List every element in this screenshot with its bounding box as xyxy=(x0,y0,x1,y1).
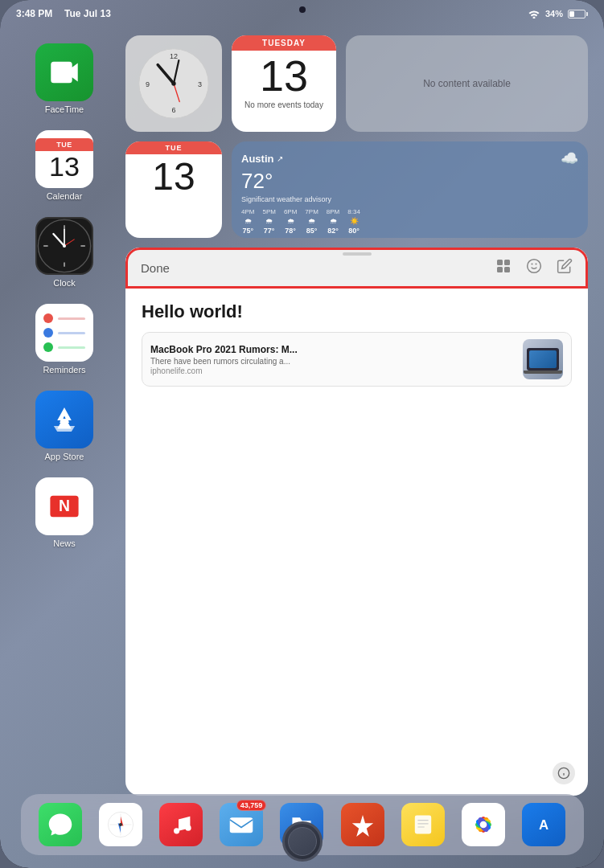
svg-point-21 xyxy=(171,81,175,85)
ipad-frame: 3:48 PM Tue Jul 13 34% xyxy=(0,0,604,868)
cal-sm-day: TUE xyxy=(125,141,222,154)
date-display: Tue Jul 13 xyxy=(64,8,111,19)
svg-point-49 xyxy=(479,821,487,829)
toolbar-icons xyxy=(495,258,573,278)
svg-text:6: 6 xyxy=(171,106,175,114)
note-title: Hello world! xyxy=(142,301,572,322)
svg-text:A: A xyxy=(539,817,549,833)
battery-icon xyxy=(568,10,588,18)
reminders-label: Reminders xyxy=(43,365,85,375)
emoji-icon[interactable] xyxy=(526,258,542,278)
app-facetime[interactable]: FaceTime xyxy=(35,43,93,114)
home-button[interactable] xyxy=(282,821,323,862)
drag-handle xyxy=(343,252,372,256)
calendar-widget-top: TUESDAY 13 No more events today xyxy=(232,35,336,132)
home-screen: FaceTime TUE 13 Calendar xyxy=(0,23,604,796)
svg-rect-22 xyxy=(497,260,503,265)
svg-point-35 xyxy=(174,828,179,833)
weather-widget: Austin ↗ ☁️ 72° Significant weather advi… xyxy=(232,141,588,238)
svg-rect-39 xyxy=(415,816,431,834)
weather-temp: 72° xyxy=(241,169,578,194)
app-news[interactable]: N News xyxy=(35,477,93,548)
svg-text:12: 12 xyxy=(170,52,178,60)
note-link-card[interactable]: MacBook Pro 2021 Rumors: M... There have… xyxy=(142,332,572,387)
gray-widget: No content available xyxy=(346,35,588,132)
dock-appstore[interactable]: A xyxy=(522,803,565,846)
svg-rect-25 xyxy=(504,267,510,272)
dock-music[interactable] xyxy=(159,803,203,846)
gray-widget-text: No content available xyxy=(423,78,511,89)
link-title: MacBook Pro 2021 Rumors: M... xyxy=(150,344,515,355)
facetime-label: FaceTime xyxy=(45,104,84,114)
note-attribution-button[interactable] xyxy=(553,762,575,784)
grid-icon[interactable] xyxy=(495,258,512,278)
svg-point-34 xyxy=(119,823,122,826)
link-card-text: MacBook Pro 2021 Rumors: M... There have… xyxy=(150,344,515,375)
dock-mail[interactable]: 43,759 xyxy=(220,803,263,846)
link-domain: iphonelife.com xyxy=(150,366,515,375)
cal-widget-day: TUESDAY xyxy=(232,35,336,51)
weather-city: Austin xyxy=(241,153,273,165)
left-app-column: FaceTime TUE 13 Calendar xyxy=(16,35,113,796)
dock-photos[interactable] xyxy=(462,803,505,846)
edit-icon[interactable] xyxy=(557,258,573,278)
cal-widget-events: No more events today xyxy=(232,99,336,111)
svg-text:N: N xyxy=(59,497,70,514)
time-display: 3:48 PM xyxy=(16,8,52,19)
app-calendar[interactable]: TUE 13 Calendar xyxy=(35,130,93,201)
svg-point-26 xyxy=(528,260,541,273)
svg-marker-38 xyxy=(351,815,372,837)
dock-spark[interactable] xyxy=(341,803,384,846)
note-done-button[interactable]: Done xyxy=(141,261,489,275)
news-label: News xyxy=(53,538,76,548)
clock-widget: 12 3 6 9 xyxy=(125,35,222,132)
dock-messages[interactable] xyxy=(39,803,82,846)
app-clock[interactable]: Clock xyxy=(35,217,93,288)
battery-text: 34% xyxy=(545,9,563,18)
svg-point-36 xyxy=(186,825,191,831)
home-button-inner xyxy=(288,827,317,856)
svg-rect-24 xyxy=(497,267,503,272)
right-column: 12 3 6 9 TUESDAY xyxy=(125,35,588,796)
status-icons: 34% xyxy=(528,9,588,18)
appstore-label: App Store xyxy=(45,452,84,461)
cal-small-widget: TUE 13 xyxy=(125,141,222,238)
svg-text:A: A xyxy=(60,410,70,426)
link-desc: There have been rumors circulating a... xyxy=(150,357,515,366)
weather-forecast: 4PM 🌧 75° 5PM 🌧 77° 6PM 🌧 78° xyxy=(241,208,578,235)
mail-badge: 43,759 xyxy=(236,800,267,811)
svg-text:3: 3 xyxy=(198,80,202,88)
clock-label: Clock xyxy=(53,278,76,288)
wifi-icon xyxy=(528,9,540,18)
top-widgets-row: 12 3 6 9 TUESDAY xyxy=(125,35,588,132)
cal-widget-date: 13 xyxy=(232,51,336,99)
status-time: 3:48 PM Tue Jul 13 xyxy=(16,8,111,19)
svg-point-9 xyxy=(63,244,66,248)
app-reminders[interactable]: Reminders xyxy=(35,304,93,375)
note-toolbar[interactable]: Done xyxy=(125,248,588,289)
note-panel[interactable]: Done xyxy=(125,248,588,796)
link-thumbnail xyxy=(523,339,563,379)
svg-rect-23 xyxy=(504,260,510,265)
note-content: Hello world! MacBook Pro 2021 Rumors: M.… xyxy=(125,289,588,796)
svg-rect-37 xyxy=(230,817,253,833)
calendar-label: Calendar xyxy=(47,191,83,201)
svg-text:9: 9 xyxy=(146,80,150,88)
second-widgets-row: TUE 13 Austin ↗ ☁️ 72° Significant weath… xyxy=(125,141,588,238)
dock-safari[interactable] xyxy=(99,803,142,846)
cal-sm-date: 13 xyxy=(152,154,195,196)
weather-desc: Significant weather advisory xyxy=(241,195,578,203)
dock-notes[interactable] xyxy=(401,803,445,846)
app-appstore[interactable]: A App Store xyxy=(35,391,93,461)
front-camera xyxy=(299,6,306,13)
